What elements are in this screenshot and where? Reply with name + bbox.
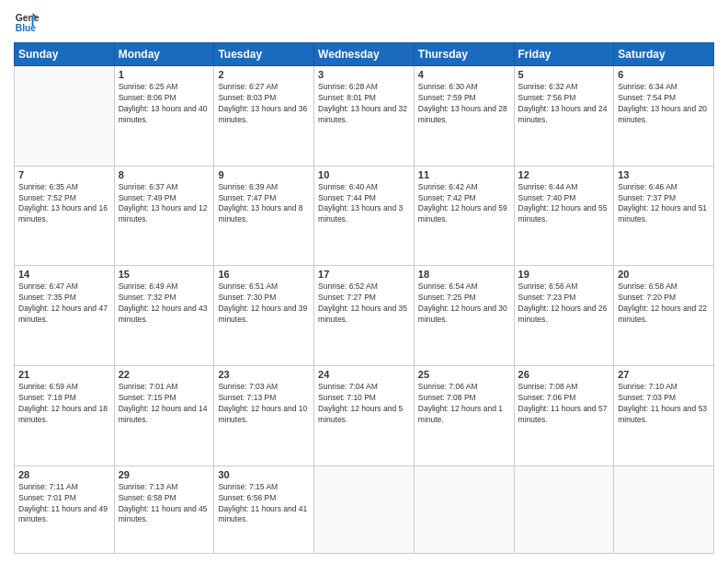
calendar-cell: 6Sunrise: 6:34 AMSunset: 7:54 PMDaylight… [614, 66, 714, 167]
calendar-cell: 21Sunrise: 6:59 AMSunset: 7:18 PMDayligh… [15, 366, 115, 466]
calendar-week-row: 1Sunrise: 6:25 AMSunset: 8:06 PMDaylight… [15, 66, 714, 167]
calendar-week-row: 21Sunrise: 6:59 AMSunset: 7:18 PMDayligh… [15, 366, 714, 466]
day-number: 27 [618, 369, 710, 380]
day-number: 19 [518, 269, 610, 280]
page-header: General Blue [14, 9, 714, 35]
calendar-cell: 2Sunrise: 6:27 AMSunset: 8:03 PMDaylight… [214, 66, 314, 167]
calendar-cell: 27Sunrise: 7:10 AMSunset: 7:03 PMDayligh… [614, 366, 714, 466]
day-info: Sunrise: 7:13 AMSunset: 6:58 PMDaylight:… [119, 482, 210, 526]
calendar-header-monday: Monday [114, 43, 214, 66]
day-info: Sunrise: 6:59 AMSunset: 7:18 PMDaylight:… [18, 382, 110, 426]
day-info: Sunrise: 6:52 AMSunset: 7:27 PMDaylight:… [318, 282, 410, 326]
day-number: 17 [318, 269, 410, 280]
day-number: 9 [218, 169, 310, 180]
day-info: Sunrise: 6:54 AMSunset: 7:25 PMDaylight:… [418, 282, 510, 326]
day-info: Sunrise: 7:04 AMSunset: 7:10 PMDaylight:… [318, 382, 410, 426]
day-info: Sunrise: 7:11 AMSunset: 7:01 PMDaylight:… [18, 482, 110, 526]
calendar-cell: 11Sunrise: 6:42 AMSunset: 7:42 PMDayligh… [414, 166, 514, 266]
calendar-cell: 9Sunrise: 6:39 AMSunset: 7:47 PMDaylight… [214, 166, 314, 266]
day-number: 21 [18, 369, 110, 380]
day-info: Sunrise: 6:37 AMSunset: 7:49 PMDaylight:… [119, 182, 210, 226]
day-info: Sunrise: 6:51 AMSunset: 7:30 PMDaylight:… [218, 282, 310, 326]
day-info: Sunrise: 6:30 AMSunset: 7:59 PMDaylight:… [418, 82, 510, 126]
calendar-header-thursday: Thursday [414, 43, 514, 66]
day-info: Sunrise: 6:32 AMSunset: 7:56 PMDaylight:… [518, 82, 610, 126]
calendar-cell: 14Sunrise: 6:47 AMSunset: 7:35 PMDayligh… [15, 266, 115, 366]
day-info: Sunrise: 7:15 AMSunset: 6:56 PMDaylight:… [218, 482, 310, 526]
calendar-cell: 12Sunrise: 6:44 AMSunset: 7:40 PMDayligh… [514, 166, 614, 266]
day-info: Sunrise: 6:42 AMSunset: 7:42 PMDaylight:… [418, 182, 510, 226]
calendar-cell: 25Sunrise: 7:06 AMSunset: 7:08 PMDayligh… [414, 366, 514, 466]
day-info: Sunrise: 6:44 AMSunset: 7:40 PMDaylight:… [518, 182, 610, 226]
calendar-week-row: 7Sunrise: 6:35 AMSunset: 7:52 PMDaylight… [15, 166, 714, 266]
day-number: 10 [318, 169, 410, 180]
calendar-header-saturday: Saturday [614, 43, 714, 66]
day-number: 28 [18, 469, 110, 480]
logo: General Blue [14, 9, 40, 35]
day-info: Sunrise: 6:25 AMSunset: 8:06 PMDaylight:… [119, 82, 210, 126]
day-info: Sunrise: 6:40 AMSunset: 7:44 PMDaylight:… [318, 182, 410, 226]
calendar-cell: 1Sunrise: 6:25 AMSunset: 8:06 PMDaylight… [114, 66, 214, 167]
day-info: Sunrise: 6:58 AMSunset: 7:20 PMDaylight:… [618, 282, 710, 326]
calendar-cell: 26Sunrise: 7:08 AMSunset: 7:06 PMDayligh… [514, 366, 614, 466]
day-number: 20 [618, 269, 710, 280]
calendar-cell [314, 465, 415, 553]
day-number: 29 [119, 469, 210, 480]
day-number: 24 [318, 369, 410, 380]
calendar-cell: 10Sunrise: 6:40 AMSunset: 7:44 PMDayligh… [314, 166, 415, 266]
calendar-header-friday: Friday [514, 43, 614, 66]
calendar-cell: 5Sunrise: 6:32 AMSunset: 7:56 PMDaylight… [514, 66, 614, 167]
calendar-header-row: SundayMondayTuesdayWednesdayThursdayFrid… [15, 43, 714, 66]
calendar-header-tuesday: Tuesday [214, 43, 314, 66]
day-number: 6 [618, 69, 710, 80]
day-number: 7 [18, 169, 110, 180]
day-number: 11 [418, 169, 510, 180]
day-info: Sunrise: 7:03 AMSunset: 7:13 PMDaylight:… [218, 382, 310, 426]
day-number: 1 [119, 69, 210, 80]
calendar-cell: 22Sunrise: 7:01 AMSunset: 7:15 PMDayligh… [114, 366, 214, 466]
calendar-cell: 29Sunrise: 7:13 AMSunset: 6:58 PMDayligh… [114, 465, 214, 553]
calendar-cell: 7Sunrise: 6:35 AMSunset: 7:52 PMDaylight… [15, 166, 115, 266]
day-info: Sunrise: 7:10 AMSunset: 7:03 PMDaylight:… [618, 382, 710, 426]
day-info: Sunrise: 6:47 AMSunset: 7:35 PMDaylight:… [18, 282, 110, 326]
calendar-cell: 16Sunrise: 6:51 AMSunset: 7:30 PMDayligh… [214, 266, 314, 366]
calendar-cell: 4Sunrise: 6:30 AMSunset: 7:59 PMDaylight… [414, 66, 514, 167]
day-info: Sunrise: 6:35 AMSunset: 7:52 PMDaylight:… [18, 182, 110, 226]
calendar-cell: 23Sunrise: 7:03 AMSunset: 7:13 PMDayligh… [214, 366, 314, 466]
calendar-table: SundayMondayTuesdayWednesdayThursdayFrid… [14, 42, 714, 554]
day-info: Sunrise: 6:28 AMSunset: 8:01 PMDaylight:… [318, 82, 410, 126]
day-info: Sunrise: 7:06 AMSunset: 7:08 PMDaylight:… [418, 382, 510, 426]
day-number: 16 [218, 269, 310, 280]
day-number: 3 [318, 69, 410, 80]
day-number: 23 [218, 369, 310, 380]
day-info: Sunrise: 6:27 AMSunset: 8:03 PMDaylight:… [218, 82, 310, 126]
day-number: 14 [18, 269, 110, 280]
calendar-cell [514, 465, 614, 553]
calendar-cell: 15Sunrise: 6:49 AMSunset: 7:32 PMDayligh… [114, 266, 214, 366]
day-number: 12 [518, 169, 610, 180]
calendar-cell [414, 465, 514, 553]
calendar-cell: 17Sunrise: 6:52 AMSunset: 7:27 PMDayligh… [314, 266, 415, 366]
day-number: 30 [218, 469, 310, 480]
calendar-cell [614, 465, 714, 553]
calendar-cell: 18Sunrise: 6:54 AMSunset: 7:25 PMDayligh… [414, 266, 514, 366]
calendar-cell: 28Sunrise: 7:11 AMSunset: 7:01 PMDayligh… [15, 465, 115, 553]
calendar-cell: 19Sunrise: 6:56 AMSunset: 7:23 PMDayligh… [514, 266, 614, 366]
day-number: 8 [119, 169, 210, 180]
calendar-cell: 8Sunrise: 6:37 AMSunset: 7:49 PMDaylight… [114, 166, 214, 266]
calendar-header-sunday: Sunday [15, 43, 115, 66]
day-number: 18 [418, 269, 510, 280]
day-info: Sunrise: 7:08 AMSunset: 7:06 PMDaylight:… [518, 382, 610, 426]
day-info: Sunrise: 6:56 AMSunset: 7:23 PMDaylight:… [518, 282, 610, 326]
day-info: Sunrise: 6:39 AMSunset: 7:47 PMDaylight:… [218, 182, 310, 226]
logo-icon: General Blue [14, 9, 40, 35]
day-number: 15 [119, 269, 210, 280]
day-number: 2 [218, 69, 310, 80]
svg-text:General: General [16, 13, 40, 23]
day-info: Sunrise: 6:34 AMSunset: 7:54 PMDaylight:… [618, 82, 710, 126]
day-info: Sunrise: 6:49 AMSunset: 7:32 PMDaylight:… [119, 282, 210, 326]
calendar-week-row: 14Sunrise: 6:47 AMSunset: 7:35 PMDayligh… [15, 266, 714, 366]
calendar-cell: 3Sunrise: 6:28 AMSunset: 8:01 PMDaylight… [314, 66, 415, 167]
day-number: 26 [518, 369, 610, 380]
calendar-header-wednesday: Wednesday [314, 43, 415, 66]
